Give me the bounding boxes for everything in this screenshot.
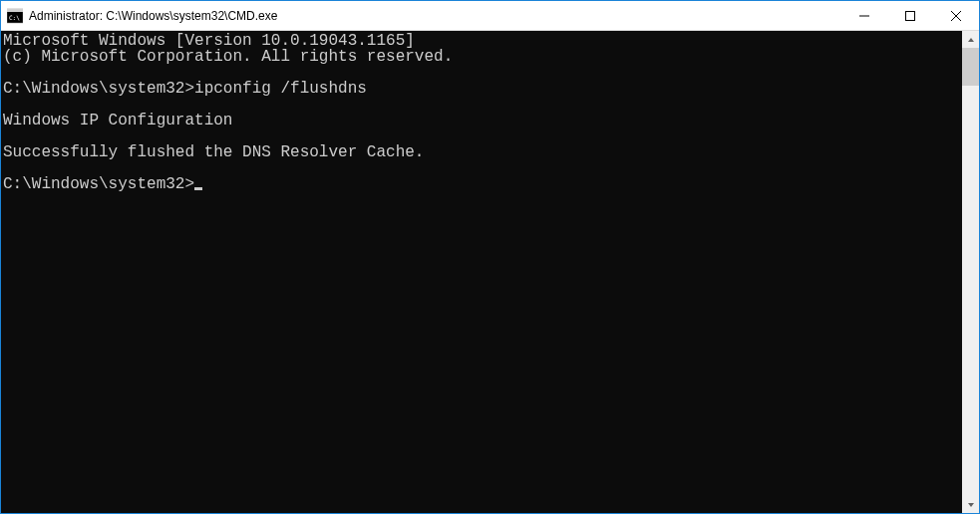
console-output[interactable]: Microsoft Windows [Version 10.0.19043.11…: [1, 31, 962, 513]
scroll-down-arrow-icon[interactable]: [962, 496, 979, 513]
vertical-scrollbar[interactable]: [962, 31, 979, 513]
svg-rect-4: [906, 11, 915, 20]
minimize-button[interactable]: [841, 1, 887, 30]
console-line: [3, 97, 962, 113]
console-prompt[interactable]: C:\Windows\system32>: [3, 176, 962, 192]
console-line: C:\Windows\system32>ipconfig /flushdns: [3, 81, 962, 97]
window-controls: [841, 1, 979, 30]
window-title: Administrator: C:\Windows\system32\CMD.e…: [29, 9, 841, 23]
prompt-text: C:\Windows\system32>: [3, 175, 194, 193]
console-line: [3, 128, 962, 144]
console-line: (c) Microsoft Corporation. All rights re…: [3, 49, 962, 65]
svg-text:C:\: C:\: [9, 14, 20, 21]
cmd-icon: C:\: [7, 8, 23, 24]
close-button[interactable]: [933, 1, 979, 30]
maximize-button[interactable]: [887, 1, 933, 30]
console-line: Successfully flushed the DNS Resolver Ca…: [3, 144, 962, 160]
console-line: Microsoft Windows [Version 10.0.19043.11…: [3, 33, 962, 49]
console-line: Windows IP Configuration: [3, 113, 962, 128]
scrollbar-track[interactable]: [962, 48, 979, 496]
console-line: [3, 160, 962, 176]
titlebar: C:\ Administrator: C:\Windows\system32\C…: [1, 1, 979, 31]
cursor-icon: [194, 187, 202, 190]
console-line: [3, 65, 962, 81]
scroll-up-arrow-icon[interactable]: [962, 31, 979, 48]
scrollbar-thumb[interactable]: [962, 48, 979, 86]
svg-rect-1: [7, 9, 23, 12]
console-area: Microsoft Windows [Version 10.0.19043.11…: [1, 31, 979, 513]
